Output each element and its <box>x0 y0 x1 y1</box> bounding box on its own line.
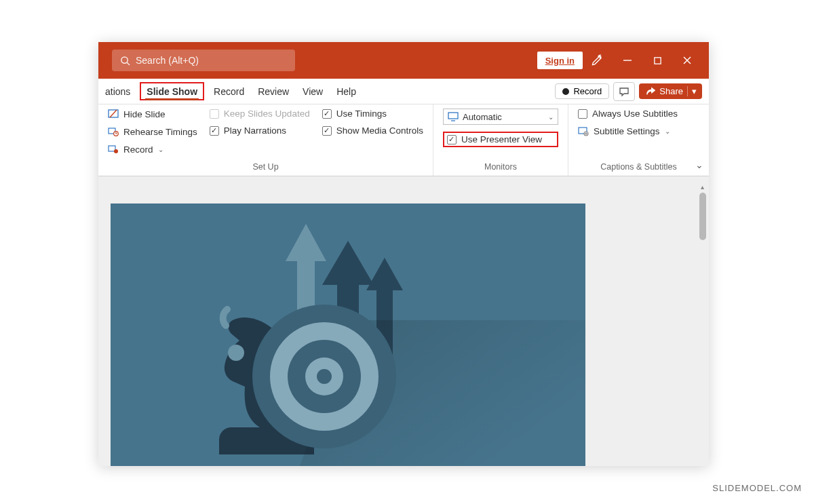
search-input[interactable] <box>136 55 287 66</box>
scrollbar-thumb[interactable] <box>699 193 706 240</box>
signin-button[interactable]: Sign in <box>537 52 583 69</box>
chevron-down-icon[interactable]: ▾ <box>687 86 697 96</box>
pen-icon[interactable] <box>583 45 613 75</box>
svg-point-0 <box>121 56 128 62</box>
tab-review[interactable]: Review <box>251 82 296 101</box>
tab-help[interactable]: Help <box>330 82 363 101</box>
scroll-up-icon[interactable]: ▴ <box>699 183 705 190</box>
checkbox-icon <box>210 126 219 136</box>
svg-rect-12 <box>448 113 458 119</box>
play-narrations-label: Play Narrations <box>224 125 286 136</box>
svg-point-16 <box>228 345 244 361</box>
use-timings-label: Use Timings <box>336 109 387 119</box>
show-media-controls-checkbox[interactable]: Show Media Controls <box>322 125 423 136</box>
monitor-select[interactable]: Automatic ⌄ <box>443 109 558 125</box>
chevron-down-icon: ⌄ <box>665 128 670 135</box>
minimize-button[interactable] <box>613 45 642 75</box>
record-small-icon <box>108 144 119 155</box>
svg-point-21 <box>317 369 332 384</box>
maximize-button[interactable] <box>642 45 672 75</box>
search-icon <box>120 56 130 66</box>
always-use-subtitles-label: Always Use Subtitles <box>592 109 678 119</box>
play-narrations-checkbox[interactable]: Play Narrations <box>210 125 310 136</box>
tab-view[interactable]: View <box>296 82 330 101</box>
checkbox-icon <box>322 126 332 136</box>
subtitle-settings-label: Subtitle Settings <box>594 126 660 136</box>
titlebar: Sign in <box>98 42 709 79</box>
share-icon <box>646 87 655 96</box>
keep-slides-updated-label: Keep Slides Updated <box>224 109 310 119</box>
comment-icon <box>619 86 629 97</box>
hide-slide-button[interactable]: Hide Slide <box>108 109 197 119</box>
rehearse-timings-label: Rehearse Timings <box>123 127 197 137</box>
subtitle-settings-button[interactable]: Subtitle Settings ⌄ <box>578 125 678 136</box>
slide-title: Hoshin Kanri <box>192 458 436 466</box>
record-dot-icon <box>562 88 569 95</box>
checkbox-icon <box>210 109 219 119</box>
checkbox-icon <box>578 109 587 119</box>
comments-button[interactable] <box>613 82 635 101</box>
group-label-captions: Captions & Subtitles <box>578 159 699 176</box>
slide-stage: Hoshin Kanri ▴ <box>98 176 709 466</box>
hide-slide-label: Hide Slide <box>123 109 166 119</box>
slide-preview[interactable]: Hoshin Kanri <box>111 203 585 466</box>
tab-slide-show[interactable]: Slide Show <box>145 84 199 100</box>
group-label-setup: Set Up <box>108 159 423 176</box>
record-dropdown[interactable]: Record ⌄ <box>108 144 197 155</box>
svg-point-11 <box>114 149 118 153</box>
monitor-select-value: Automatic <box>463 112 544 122</box>
use-timings-checkbox[interactable]: Use Timings <box>322 109 423 119</box>
ribbon: Hide Slide Rehearse Timings Record ⌄ <box>98 104 709 176</box>
monitor-icon <box>448 111 459 122</box>
use-presenter-view-checkbox[interactable]: Use Presenter View <box>447 134 542 144</box>
group-label-monitors: Monitors <box>443 159 558 176</box>
chevron-down-icon: ⌄ <box>548 113 554 121</box>
ribbon-group-setup: Hide Slide Rehearse Timings Record ⌄ <box>98 104 433 176</box>
record-button-label: Record <box>573 86 602 96</box>
vertical-scrollbar[interactable]: ▴ <box>698 183 708 459</box>
tab-slide-show-highlight: Slide Show <box>140 82 204 100</box>
hide-slide-icon <box>108 109 119 119</box>
search-box[interactable] <box>112 50 295 71</box>
rehearse-timings-button[interactable]: Rehearse Timings <box>108 126 197 137</box>
always-use-subtitles-checkbox[interactable]: Always Use Subtitles <box>578 109 678 119</box>
checkbox-icon <box>447 135 457 144</box>
record-dropdown-label: Record <box>123 144 153 155</box>
clock-icon <box>108 126 119 137</box>
show-media-controls-label: Show Media Controls <box>336 125 423 136</box>
target-icon <box>250 302 399 451</box>
keep-slides-updated-checkbox: Keep Slides Updated <box>210 109 310 119</box>
tab-cutoff[interactable]: ations <box>105 82 137 101</box>
chevron-down-icon: ⌄ <box>158 146 163 153</box>
svg-line-1 <box>127 62 130 65</box>
svg-line-7 <box>110 110 117 117</box>
app-window: Sign in ations Slide Show Record Review … <box>98 42 709 466</box>
ribbon-tabs: ations Slide Show Record Review View Hel… <box>98 79 709 104</box>
tab-record[interactable]: Record <box>207 82 251 101</box>
ribbon-group-monitors: Automatic ⌄ Use Presenter View Monitors <box>433 104 568 176</box>
watermark: SLIDEMODEL.COM <box>712 483 802 493</box>
share-button[interactable]: Share ▾ <box>639 83 702 99</box>
record-button[interactable]: Record <box>555 83 609 99</box>
use-presenter-view-highlight: Use Presenter View <box>443 132 558 147</box>
close-button[interactable] <box>672 45 702 75</box>
share-button-label: Share <box>659 86 683 96</box>
subtitle-settings-icon <box>578 125 589 136</box>
svg-rect-3 <box>654 57 660 63</box>
ribbon-collapse-icon[interactable]: ⌄ <box>695 159 703 170</box>
ribbon-group-captions: Always Use Subtitles Subtitle Settings ⌄… <box>568 104 709 176</box>
checkbox-icon <box>322 109 332 119</box>
use-presenter-view-label: Use Presenter View <box>461 134 542 144</box>
